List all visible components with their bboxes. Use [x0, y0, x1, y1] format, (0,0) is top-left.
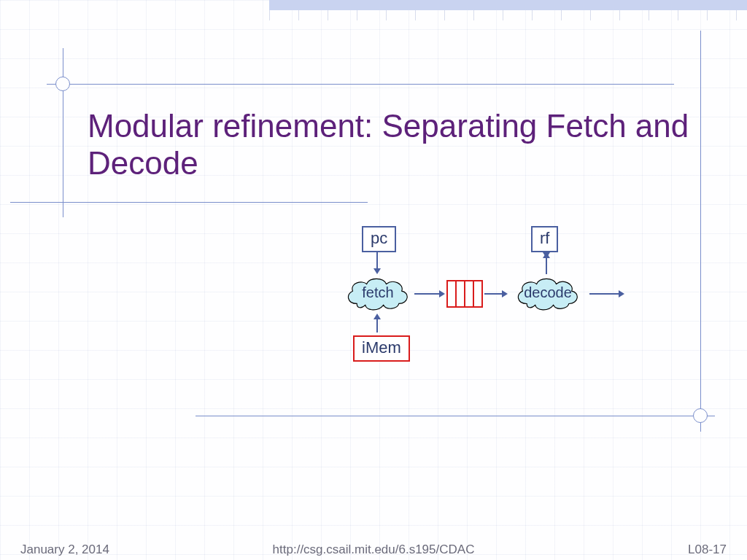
rf-box: rf [531, 226, 558, 252]
slide-root: Modular refinement: Separating Fetch and… [0, 0, 747, 560]
deco-circle [55, 77, 70, 91]
deco-line [47, 84, 674, 85]
arrow-fetch-to-fifo [414, 293, 439, 295]
arrow-decode-to-rf [546, 258, 547, 274]
slide-title: Modular refinement: Separating Fetch and… [88, 108, 718, 182]
arrow-imem-to-fetch [376, 319, 378, 332]
rf-label: rf [540, 229, 549, 247]
footer-url: http://csg.csail.mit.edu/6.s195/CDAC [0, 542, 747, 557]
deco-line [196, 416, 715, 416]
fifo-slot [465, 281, 474, 306]
pc-label: pc [371, 229, 387, 247]
arrow-pc-to-fetch [376, 252, 378, 268]
diagram-area: pc rf fetch decode [333, 226, 654, 394]
footer-slide: L08-17 [688, 542, 727, 557]
deco-circle [693, 408, 708, 423]
fifo-slot [448, 281, 457, 306]
decode-label: decode [508, 284, 588, 301]
imem-box: iMem [353, 335, 410, 362]
fifo-slot [474, 281, 481, 306]
deco-line [700, 31, 701, 432]
deco-line [63, 48, 63, 217]
fifo-slot [457, 281, 465, 306]
fetch-label: fetch [343, 284, 413, 301]
arrow-decode-out [589, 293, 619, 295]
pc-box: pc [362, 226, 396, 252]
imem-label: iMem [362, 338, 401, 357]
arrow-fifo-to-decode [484, 293, 502, 295]
top-accent-bar [269, 0, 747, 10]
fifo-buffer [446, 280, 483, 308]
decode-cloud: decode [508, 276, 588, 312]
deco-line [10, 202, 368, 203]
fetch-cloud: fetch [343, 276, 413, 312]
